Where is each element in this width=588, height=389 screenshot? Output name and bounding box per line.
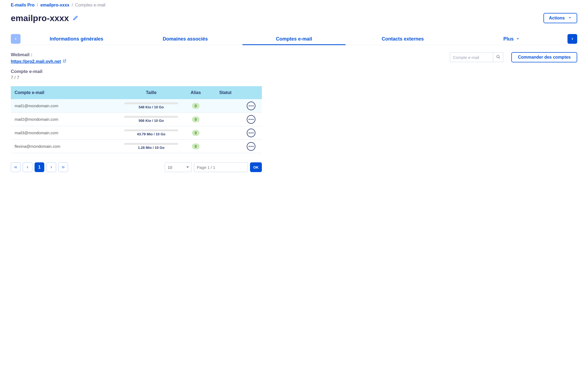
table-row: mail1@mondomain.com 548 Kio / 10 Go 0 bbox=[11, 99, 262, 113]
th-size: Taille bbox=[121, 90, 181, 95]
cell-email: mail3@mondomain.com bbox=[11, 130, 121, 135]
pagination-prev[interactable] bbox=[23, 162, 32, 172]
pagination-current[interactable]: 1 bbox=[35, 162, 44, 172]
row-actions-button[interactable] bbox=[247, 115, 255, 124]
th-alias: Alias bbox=[181, 90, 211, 95]
pagination-ok-button[interactable]: OK bbox=[250, 162, 262, 172]
ellipsis-icon bbox=[249, 146, 254, 147]
pagination-last[interactable] bbox=[58, 162, 68, 172]
accounts-count-label: Compte e-mail bbox=[11, 69, 66, 74]
tabs-prev-button[interactable] bbox=[11, 34, 21, 44]
alias-badge: 0 bbox=[192, 116, 200, 122]
tab-accounts[interactable]: Comptes e-mail bbox=[240, 33, 349, 45]
tab-more-label: Plus bbox=[503, 36, 514, 42]
webmail-url: https://pro2.mail.ovh.net bbox=[11, 59, 61, 64]
ellipsis-icon bbox=[249, 119, 254, 120]
size-progress bbox=[124, 129, 178, 131]
ellipsis-icon bbox=[249, 105, 254, 106]
breadcrumb: E-mails Pro / emailpro-xxxx / Comptes e-… bbox=[11, 3, 577, 8]
svg-point-0 bbox=[497, 55, 499, 58]
pagination: 1 10 OK bbox=[11, 162, 262, 172]
cell-size: 43.79 Mio / 10 Go bbox=[137, 132, 165, 136]
tabs-next-button[interactable] bbox=[567, 34, 577, 44]
page-of-input[interactable] bbox=[194, 162, 248, 172]
tab-more[interactable]: Plus bbox=[457, 33, 566, 45]
page-size-select[interactable]: 10 bbox=[165, 162, 192, 172]
row-actions-button[interactable] bbox=[247, 102, 255, 110]
size-progress bbox=[124, 116, 178, 118]
alias-badge: 0 bbox=[192, 130, 200, 136]
ellipsis-icon bbox=[249, 132, 254, 133]
size-progress bbox=[124, 143, 178, 145]
search-input[interactable] bbox=[450, 52, 493, 62]
cell-size: 548 Kio / 10 Go bbox=[138, 105, 164, 109]
edit-title-icon[interactable] bbox=[73, 15, 78, 21]
chevron-down-icon bbox=[516, 36, 520, 42]
alias-badge: 0 bbox=[192, 143, 200, 149]
table-header: Compte e-mail Taille Alias Statut bbox=[11, 86, 262, 99]
breadcrumb-sep: / bbox=[37, 3, 38, 7]
breadcrumb-root[interactable]: E-mails Pro bbox=[11, 3, 35, 7]
actions-dropdown[interactable]: Actions bbox=[543, 13, 577, 23]
webmail-label: Webmail : bbox=[11, 52, 66, 58]
cell-email: flexina@mondomain.com bbox=[11, 144, 121, 149]
table-row: flexina@mondomain.com 1.26 Mio / 10 Go 0 bbox=[11, 140, 262, 153]
cell-size: 1.26 Mio / 10 Go bbox=[138, 146, 164, 150]
accounts-count-value: 7 / 7 bbox=[11, 75, 66, 80]
breadcrumb-current: Comptes e-mail bbox=[75, 3, 105, 7]
external-link-icon bbox=[63, 59, 66, 64]
search-icon bbox=[496, 55, 500, 60]
row-actions-button[interactable] bbox=[247, 129, 255, 137]
th-status: Statut bbox=[211, 90, 240, 95]
breadcrumb-sep: / bbox=[72, 3, 73, 7]
tab-domains[interactable]: Domaines associés bbox=[131, 33, 240, 45]
tab-contacts[interactable]: Contacts externes bbox=[348, 33, 457, 45]
cell-email: mail1@mondomain.com bbox=[11, 103, 121, 108]
accounts-table: Compte e-mail Taille Alias Statut mail1@… bbox=[11, 86, 262, 153]
actions-label: Actions bbox=[549, 16, 565, 21]
chevron-down-icon bbox=[568, 16, 572, 21]
webmail-link[interactable]: https://pro2.mail.ovh.net bbox=[11, 59, 66, 64]
pagination-first[interactable] bbox=[11, 162, 21, 172]
cell-size: 506 Kio / 10 Go bbox=[138, 119, 164, 123]
search-button[interactable] bbox=[493, 52, 503, 62]
pagination-next[interactable] bbox=[46, 162, 56, 172]
svg-line-1 bbox=[499, 58, 500, 58]
order-accounts-button[interactable]: Commander des comptes bbox=[511, 52, 577, 62]
table-row: mail3@mondomain.com 43.79 Mio / 10 Go 0 bbox=[11, 126, 262, 140]
cell-email: mail2@mondomain.com bbox=[11, 117, 121, 122]
table-row: mail2@mondomain.com 506 Kio / 10 Go 0 bbox=[11, 113, 262, 126]
breadcrumb-service[interactable]: emailpro-xxxx bbox=[40, 3, 69, 7]
tab-bar: Informations générales Domaines associés… bbox=[11, 33, 577, 45]
page-title: emailpro-xxxx bbox=[11, 13, 69, 23]
tab-general[interactable]: Informations générales bbox=[22, 33, 131, 45]
row-actions-button[interactable] bbox=[247, 142, 255, 151]
size-progress bbox=[124, 102, 178, 104]
th-email: Compte e-mail bbox=[11, 90, 121, 95]
alias-badge: 0 bbox=[192, 103, 200, 109]
